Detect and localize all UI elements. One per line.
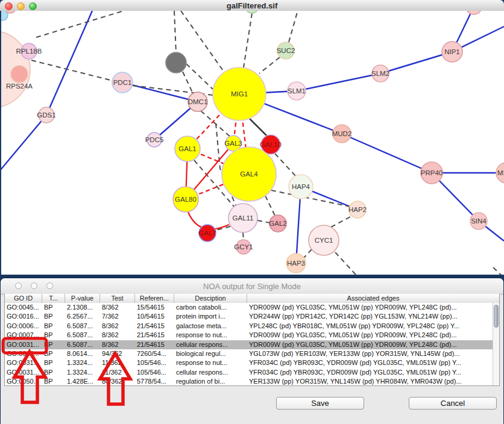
graph-node-MIG1[interactable]: MIG1 <box>213 67 266 120</box>
table-cell: 21/54615 <box>135 331 174 340</box>
pink-cut-node[interactable] <box>466 11 482 14</box>
graph-node-HAP4[interactable]: HAP4 <box>289 175 313 199</box>
graph-node-MUD2[interactable]: MUD2 <box>332 125 352 143</box>
graph-edge-dashed <box>289 11 298 42</box>
graph-node-label: GDS1 <box>37 111 55 119</box>
table-row[interactable]: GO:0031...BP1.3324...11/362105/546...cel… <box>5 368 493 377</box>
table-cell: 21/54615 <box>135 322 174 331</box>
table-cell: 6.2567... <box>65 312 100 321</box>
table-cell: 8/362 <box>100 331 135 340</box>
network-window-titlebar[interactable]: galFiltered.sif <box>0 0 504 11</box>
column-header-p-value[interactable]: P-value <box>65 294 100 303</box>
green-cut-node[interactable] <box>245 11 259 13</box>
table-cell: GO:0050... <box>5 377 42 385</box>
table-cell: BP <box>42 349 65 358</box>
table-row-selected[interactable]: GO:0031...BP6.5087...8/36221/54615cellul… <box>5 340 493 349</box>
graph-edge-pp <box>297 73 380 91</box>
graph-node-NIP1[interactable]: NIP1 <box>442 42 462 62</box>
graph-node-GAL7[interactable]: GAL7 <box>198 225 216 242</box>
graph-node-label: RPS24A <box>6 83 33 90</box>
table-row[interactable]: GO:0016...BP6.2567...7/36210/54615protei… <box>5 312 493 321</box>
table-cell: 7260/54... <box>135 349 174 358</box>
graph-node-SLM2[interactable]: SLM2 <box>371 65 389 82</box>
table-cell: 15/54615 <box>135 303 174 312</box>
graph-node-label: MSL1 <box>497 169 504 176</box>
cancel-button[interactable]: Cancel <box>409 397 497 410</box>
graph-node-label: SLM1 <box>288 87 306 95</box>
table-row[interactable]: GO:0045...BP2.1308...8/36215/54615carbon… <box>5 303 493 312</box>
table-cell: GO:0031... <box>5 358 42 367</box>
save-button[interactable]: Save <box>276 397 364 410</box>
table-cell: BP <box>42 322 65 331</box>
column-header-desciption[interactable]: Desciption <box>174 294 247 303</box>
graph-node-HAP2[interactable]: HAP2 <box>348 201 367 218</box>
column-header-test[interactable]: Test <box>100 294 135 303</box>
scrollbar-thumb[interactable] <box>494 305 499 328</box>
table-cell: BP <box>42 358 65 367</box>
table-cell: response to nut... <box>174 358 247 367</box>
graph-node-GDS1[interactable]: GDS1 <box>37 107 55 123</box>
table-cell: YER133W (pp) YOR315W, YNL145W (pd) YHR08… <box>247 377 493 385</box>
graph-node-PDC1[interactable]: PDC1 <box>112 72 133 93</box>
noa-results-table: GO IDT...P-valueTestReferen...Desciption… <box>4 294 500 386</box>
table-cell: galactose meta... <box>174 322 247 331</box>
graph-node-GAL4[interactable]: GAL4 <box>222 147 276 201</box>
column-header-associated-edges[interactable]: Associated edges <box>247 294 499 303</box>
graph-edge-dashed <box>36 11 124 37</box>
graph-node-CYC1[interactable]: CYC1 <box>309 225 339 255</box>
table-cell: YPL248C (pd) YBR018C, YML051W (pp) YDR00… <box>247 322 493 331</box>
graph-edge-dark <box>247 116 268 137</box>
graph-node-SIN4[interactable]: SIN4 <box>470 213 487 229</box>
graph-node-label: GAL10 <box>260 141 282 148</box>
network-window-title: galFiltered.sif <box>0 1 504 11</box>
graph-node-label: NIP1 <box>444 48 460 55</box>
table-row[interactable]: GO:0007...BP6.5087...8/36221/54615respon… <box>5 331 493 340</box>
table-cell: 1.3324... <box>65 368 100 377</box>
network-graph: RPL18BRPS24AGDS1PDC1DMC1MIG1SUC2SLM1SLM2… <box>0 11 504 275</box>
graph-node-DMC1[interactable]: DMC1 <box>188 92 208 111</box>
graph-node-GCY1[interactable]: GCY1 <box>234 240 253 254</box>
graph-node-label: DMC1 <box>188 98 208 105</box>
graph-edge-pp <box>46 11 92 115</box>
graph-node-SUC2[interactable]: SUC2 <box>277 42 295 59</box>
graph-node-HAP3[interactable]: HAP3 <box>286 254 306 273</box>
graph-node-MSL1[interactable]: MSL1 <box>496 163 504 183</box>
graph-node-label: RPL18B <box>16 48 42 55</box>
graph-node-label: HAP2 <box>348 206 367 213</box>
graph-node-GAL1[interactable]: GAL1 <box>175 136 200 161</box>
table-row[interactable]: GO:0031...BP1.3324...11/362105/546...res… <box>5 358 493 367</box>
table-cell: 11/362 <box>100 368 135 377</box>
column-header-t[interactable]: T... <box>42 294 65 303</box>
graph-node-label: CYC1 <box>315 237 333 244</box>
table-row[interactable]: GO:0050...BP1.428E...80/3625778/54...reg… <box>5 377 493 385</box>
table-cell: 1.428E... <box>65 377 100 385</box>
graph-node-label: GAL11 <box>233 214 254 222</box>
column-header-referen[interactable]: Referen... <box>135 294 174 303</box>
table-cell: 105/546... <box>135 358 174 367</box>
table-cell: GO:0031... <box>5 368 42 377</box>
table-cell: 6.5087... <box>65 322 100 331</box>
graph-node-GAL2[interactable]: GAL2 <box>269 215 286 232</box>
graph-edge-dashed <box>31 60 113 81</box>
table-cell: 21/54615 <box>135 340 174 349</box>
graph-edge-dashed <box>174 11 176 52</box>
graph-node-label: GAL80 <box>175 196 197 203</box>
table-cell: 2.1308... <box>65 303 100 312</box>
table-body: GO:0045...BP2.1308...8/36215/54615carbon… <box>5 303 493 385</box>
graph-edge-dashed <box>181 11 224 72</box>
table-cell: 8.0614... <box>65 349 100 358</box>
vertical-scrollbar[interactable] <box>493 303 499 385</box>
table-row[interactable]: GO:0006...BP6.5087...8/36221/54615galact… <box>5 322 493 331</box>
table-cell: GO:0045... <box>5 303 42 312</box>
noa-window-titlebar[interactable]: NOA output for Single Mode <box>1 278 503 295</box>
graph-node-GAL80[interactable]: GAL80 <box>173 187 198 212</box>
table-cell: GO:0016... <box>5 312 42 321</box>
table-cell: 80/362 <box>100 377 135 385</box>
graph-node-SLM1[interactable]: SLM1 <box>288 82 306 100</box>
network-canvas[interactable]: RPL18BRPS24AGDS1PDC1DMC1MIG1SUC2SLM1SLM2… <box>0 11 504 275</box>
graph-node-PRP40[interactable]: PRP40 <box>421 162 443 184</box>
graph-node-GAL11[interactable]: GAL11 <box>228 204 257 232</box>
column-header-go-id[interactable]: GO ID <box>5 294 42 303</box>
table-row[interactable]: GO:0065...BP8.0614...94/3627260/54...bio… <box>5 349 493 358</box>
grey-node[interactable] <box>166 52 186 73</box>
